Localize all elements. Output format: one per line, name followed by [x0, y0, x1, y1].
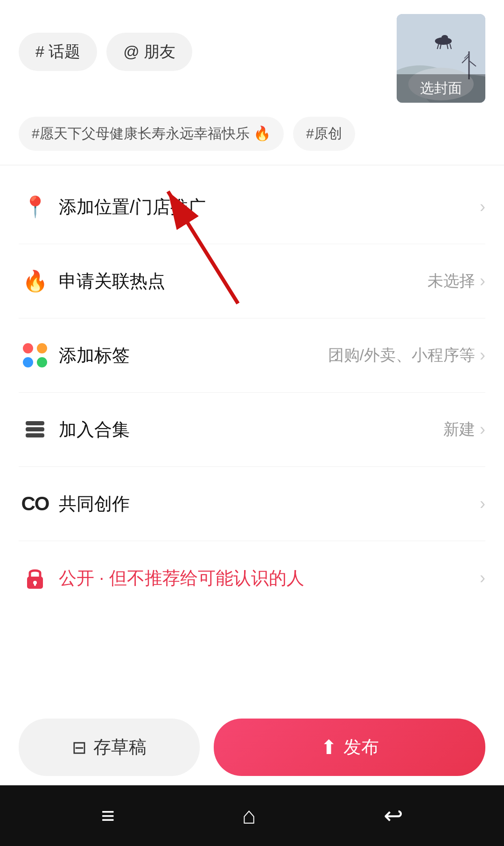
hashtag-text-1: #原创: [306, 124, 342, 143]
menu-item-location[interactable]: 📍 添加位置/门店推广 ›: [19, 170, 485, 244]
svg-rect-15: [26, 427, 44, 431]
android-nav-bar: ≡ ⌂ ↩: [0, 785, 504, 846]
location-chevron: ›: [480, 197, 485, 217]
svg-point-9: [441, 35, 448, 40]
tags-value: 团购/外卖、小程序等: [328, 345, 475, 366]
menu-list: 📍 添加位置/门店推广 › 🔥 申请关联热点 未选择 › 添加标签 团购/外卖、…: [0, 170, 504, 615]
topic-button[interactable]: # 话题: [19, 33, 97, 71]
lock-icon: [19, 562, 51, 594]
draft-button[interactable]: ⊟ 存草稿: [19, 719, 200, 776]
tags-label: 添加标签: [59, 344, 328, 367]
privacy-label: 公开 · 但不推荐给可能认识的人: [59, 566, 480, 590]
fire-icon: 🔥: [19, 265, 51, 297]
menu-item-privacy[interactable]: 公开 · 但不推荐给可能认识的人 ›: [19, 541, 485, 615]
publish-label: 发布: [343, 735, 379, 759]
tags-chevron: ›: [480, 345, 485, 365]
svg-rect-16: [26, 433, 44, 437]
nav-menu-icon[interactable]: ≡: [101, 802, 114, 829]
location-label: 添加位置/门店推广: [59, 195, 480, 219]
divider-top: [0, 165, 504, 165]
hashtag-area: #愿天下父母健康长寿永远幸福快乐 🔥 #原创: [0, 112, 504, 160]
menu-item-tags[interactable]: 添加标签 团购/外卖、小程序等 ›: [19, 318, 485, 393]
bottom-bar: ⊟ 存草稿 ⬆ 发布: [0, 709, 504, 785]
collection-label: 加入合集: [59, 418, 443, 442]
hashtag-text-0: #愿天下父母健康长寿永远幸福快乐 🔥: [32, 124, 271, 143]
layers-icon: [19, 413, 51, 446]
hashtag-item-1[interactable]: #原创: [293, 117, 355, 151]
menu-item-hot[interactable]: 🔥 申请关联热点 未选择 ›: [19, 244, 485, 318]
hot-value: 未选择: [427, 270, 475, 292]
co-create-chevron: ›: [480, 494, 485, 514]
privacy-chevron: ›: [480, 568, 485, 588]
nav-back-icon[interactable]: ↩: [384, 802, 403, 829]
tag-buttons: # 话题 @ 朋友: [19, 14, 387, 71]
cover-image-container[interactable]: 选封面: [397, 14, 485, 103]
hot-label: 申请关联热点: [59, 269, 427, 293]
publish-button[interactable]: ⬆ 发布: [214, 719, 485, 776]
hashtag-item-0[interactable]: #愿天下父母健康长寿永远幸福快乐 🔥: [19, 117, 284, 151]
nav-home-icon[interactable]: ⌂: [242, 802, 256, 829]
location-icon: 📍: [19, 190, 51, 223]
draft-icon: ⊟: [72, 737, 87, 758]
publish-icon: ⬆: [321, 736, 337, 759]
co-create-label: 共同创作: [59, 492, 480, 516]
menu-item-collection[interactable]: 加入合集 新建 ›: [19, 393, 485, 467]
dots-icon: [19, 339, 51, 372]
collection-chevron: ›: [480, 420, 485, 439]
co-icon: CO: [19, 487, 51, 520]
top-area: # 话题 @ 朋友: [0, 0, 504, 112]
menu-item-co-create[interactable]: CO 共同创作 ›: [19, 467, 485, 541]
svg-rect-14: [26, 421, 44, 425]
collection-value: 新建: [443, 419, 475, 440]
draft-label: 存草稿: [93, 735, 147, 759]
cover-label[interactable]: 选封面: [397, 74, 485, 103]
svg-rect-19: [34, 583, 36, 586]
hot-chevron: ›: [480, 271, 485, 291]
mention-button[interactable]: @ 朋友: [106, 33, 192, 71]
